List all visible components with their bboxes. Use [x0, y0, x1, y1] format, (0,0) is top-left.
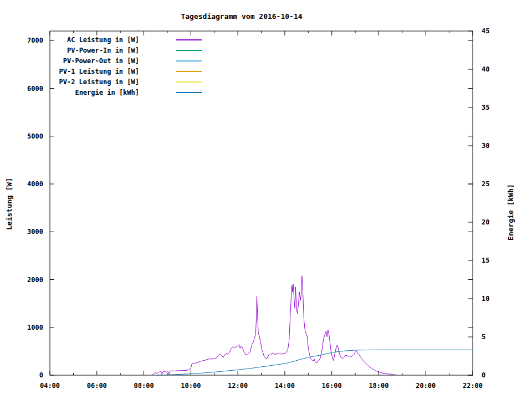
y-right-tick-label: 20 [482, 218, 489, 226]
x-axis-tick-label: 08:00 [134, 382, 154, 390]
legend-label: Energie in [kWh] [50, 89, 139, 96]
legend-color-line [176, 60, 202, 62]
y-right-tick-label: 40 [482, 65, 489, 73]
legend-label: AC Leistung in [W] [50, 36, 139, 44]
y-left-tick-label: 4000 [27, 180, 43, 188]
legend-item-pv-1-leistung-in-w: PV-1 Leistung in [W] [50, 66, 202, 76]
legend-item-energie-in-kwh: Energie in [kWh] [50, 87, 202, 98]
y-right-tick-label: 25 [482, 180, 489, 188]
legend-color-line [176, 92, 202, 93]
legend-item-pv-power-out-in-w: PV-Power-Out in [W] [50, 55, 202, 66]
chart-title: Tagesdiagramm vom 2016-10-14 [181, 12, 302, 21]
legend-label: PV-2 Leistung in [W] [50, 78, 139, 86]
series-line-ac-leistung-in-w [152, 276, 396, 375]
legend-label: PV-1 Leistung in [W] [50, 68, 139, 75]
y-left-tick-label: 7000 [27, 37, 43, 44]
y-right-tick-label: 35 [482, 104, 489, 111]
y-axis-left-title: Leistung [W] [5, 178, 13, 230]
y-right-tick-label: 45 [482, 27, 489, 35]
y-left-tick-label: 1000 [27, 324, 43, 331]
y-left-tick-label: 6000 [27, 85, 43, 93]
legend-color-line [176, 39, 202, 40]
y-right-tick-label: 15 [482, 257, 489, 264]
legend-item-pv-power-in-in-w: PV-Power-In in [W] [50, 45, 202, 55]
legend-item-pv-2-leistung-in-w: PV-2 Leistung in [W] [50, 76, 202, 87]
legend-color-line [176, 50, 202, 51]
legend-color-line [176, 81, 202, 83]
y-axis-right-title: Energie [kWh] [507, 184, 515, 241]
chart-legend: AC Leistung in [W]PV-Power-In in [W]PV-P… [50, 34, 202, 98]
y-right-tick-label: 30 [482, 142, 489, 150]
x-axis-tick-label: 10:00 [181, 382, 201, 390]
x-axis-tick-label: 20:00 [416, 382, 436, 390]
y-left-tick-label: 2000 [27, 276, 43, 284]
x-axis-tick-label: 18:00 [369, 382, 388, 390]
y-right-tick-label: 5 [482, 333, 485, 341]
y-left-tick-label: 5000 [27, 132, 43, 140]
x-axis-tick-label: 14:00 [275, 382, 295, 390]
legend-label: PV-Power-In in [W] [50, 47, 139, 54]
chart-page: 04:0006:0008:0010:0012:0014:0016:0018:00… [0, 0, 532, 399]
x-axis-tick-label: 16:00 [322, 382, 342, 390]
series-line-energie-in-kwh [157, 350, 473, 375]
x-axis-tick-label: 04:00 [40, 382, 60, 390]
legend-item-ac-leistung-in-w: AC Leistung in [W] [50, 34, 202, 45]
y-left-tick-label: 3000 [27, 228, 43, 236]
x-axis-tick-label: 22:00 [463, 382, 483, 390]
legend-label: PV-Power-Out in [W] [50, 57, 139, 65]
legend-color-line [176, 71, 202, 72]
x-axis-tick-label: 06:00 [87, 382, 107, 390]
x-axis-tick-label: 12:00 [228, 382, 248, 390]
y-left-tick-label: 0 [39, 371, 43, 379]
y-right-tick-label: 10 [482, 295, 489, 303]
y-right-tick-label: 0 [482, 371, 485, 379]
